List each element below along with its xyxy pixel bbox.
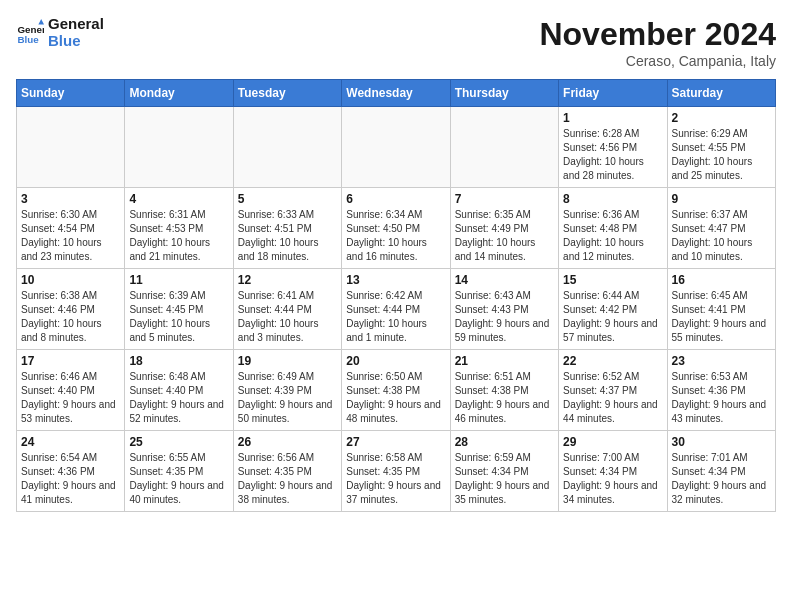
calendar-day-cell: 5Sunrise: 6:33 AMSunset: 4:51 PMDaylight…	[233, 188, 341, 269]
calendar-day-cell: 17Sunrise: 6:46 AMSunset: 4:40 PMDayligh…	[17, 350, 125, 431]
day-number: 4	[129, 192, 228, 206]
day-info: Sunrise: 6:59 AMSunset: 4:34 PMDaylight:…	[455, 451, 554, 507]
day-number: 8	[563, 192, 662, 206]
day-number: 30	[672, 435, 771, 449]
calendar-header-row: SundayMondayTuesdayWednesdayThursdayFrid…	[17, 80, 776, 107]
day-info: Sunrise: 6:51 AMSunset: 4:38 PMDaylight:…	[455, 370, 554, 426]
logo-icon: General Blue	[16, 19, 44, 47]
day-number: 21	[455, 354, 554, 368]
logo-line1: General	[48, 16, 104, 33]
logo-line2: Blue	[48, 33, 104, 50]
day-info: Sunrise: 6:44 AMSunset: 4:42 PMDaylight:…	[563, 289, 662, 345]
header-monday: Monday	[125, 80, 233, 107]
calendar-day-cell: 30Sunrise: 7:01 AMSunset: 4:34 PMDayligh…	[667, 431, 775, 512]
day-number: 17	[21, 354, 120, 368]
day-number: 27	[346, 435, 445, 449]
calendar-day-cell: 13Sunrise: 6:42 AMSunset: 4:44 PMDayligh…	[342, 269, 450, 350]
calendar-day-cell: 23Sunrise: 6:53 AMSunset: 4:36 PMDayligh…	[667, 350, 775, 431]
calendar-week-row: 1Sunrise: 6:28 AMSunset: 4:56 PMDaylight…	[17, 107, 776, 188]
calendar-day-cell	[125, 107, 233, 188]
day-info: Sunrise: 6:53 AMSunset: 4:36 PMDaylight:…	[672, 370, 771, 426]
calendar-day-cell: 14Sunrise: 6:43 AMSunset: 4:43 PMDayligh…	[450, 269, 558, 350]
day-info: Sunrise: 6:42 AMSunset: 4:44 PMDaylight:…	[346, 289, 445, 345]
calendar-day-cell: 20Sunrise: 6:50 AMSunset: 4:38 PMDayligh…	[342, 350, 450, 431]
calendar-day-cell: 10Sunrise: 6:38 AMSunset: 4:46 PMDayligh…	[17, 269, 125, 350]
calendar-week-row: 17Sunrise: 6:46 AMSunset: 4:40 PMDayligh…	[17, 350, 776, 431]
day-info: Sunrise: 6:55 AMSunset: 4:35 PMDaylight:…	[129, 451, 228, 507]
calendar-day-cell: 9Sunrise: 6:37 AMSunset: 4:47 PMDaylight…	[667, 188, 775, 269]
day-number: 10	[21, 273, 120, 287]
day-number: 19	[238, 354, 337, 368]
day-number: 28	[455, 435, 554, 449]
day-number: 5	[238, 192, 337, 206]
header-tuesday: Tuesday	[233, 80, 341, 107]
header: General Blue General Blue November 2024 …	[16, 16, 776, 69]
calendar-day-cell: 27Sunrise: 6:58 AMSunset: 4:35 PMDayligh…	[342, 431, 450, 512]
calendar-table: SundayMondayTuesdayWednesdayThursdayFrid…	[16, 79, 776, 512]
header-thursday: Thursday	[450, 80, 558, 107]
month-title: November 2024	[539, 16, 776, 53]
logo: General Blue General Blue	[16, 16, 104, 49]
calendar-day-cell: 2Sunrise: 6:29 AMSunset: 4:55 PMDaylight…	[667, 107, 775, 188]
day-info: Sunrise: 7:01 AMSunset: 4:34 PMDaylight:…	[672, 451, 771, 507]
day-number: 14	[455, 273, 554, 287]
calendar-day-cell	[450, 107, 558, 188]
calendar-week-row: 24Sunrise: 6:54 AMSunset: 4:36 PMDayligh…	[17, 431, 776, 512]
calendar-day-cell: 1Sunrise: 6:28 AMSunset: 4:56 PMDaylight…	[559, 107, 667, 188]
day-number: 26	[238, 435, 337, 449]
day-info: Sunrise: 6:28 AMSunset: 4:56 PMDaylight:…	[563, 127, 662, 183]
calendar-day-cell: 6Sunrise: 6:34 AMSunset: 4:50 PMDaylight…	[342, 188, 450, 269]
day-info: Sunrise: 6:38 AMSunset: 4:46 PMDaylight:…	[21, 289, 120, 345]
day-info: Sunrise: 6:56 AMSunset: 4:35 PMDaylight:…	[238, 451, 337, 507]
calendar-day-cell: 15Sunrise: 6:44 AMSunset: 4:42 PMDayligh…	[559, 269, 667, 350]
calendar-day-cell: 29Sunrise: 7:00 AMSunset: 4:34 PMDayligh…	[559, 431, 667, 512]
calendar-day-cell: 4Sunrise: 6:31 AMSunset: 4:53 PMDaylight…	[125, 188, 233, 269]
day-info: Sunrise: 6:54 AMSunset: 4:36 PMDaylight:…	[21, 451, 120, 507]
day-number: 18	[129, 354, 228, 368]
day-info: Sunrise: 6:43 AMSunset: 4:43 PMDaylight:…	[455, 289, 554, 345]
day-info: Sunrise: 6:29 AMSunset: 4:55 PMDaylight:…	[672, 127, 771, 183]
day-info: Sunrise: 6:36 AMSunset: 4:48 PMDaylight:…	[563, 208, 662, 264]
header-saturday: Saturday	[667, 80, 775, 107]
svg-text:Blue: Blue	[17, 33, 39, 44]
day-number: 23	[672, 354, 771, 368]
day-number: 15	[563, 273, 662, 287]
calendar-day-cell: 8Sunrise: 6:36 AMSunset: 4:48 PMDaylight…	[559, 188, 667, 269]
day-info: Sunrise: 6:41 AMSunset: 4:44 PMDaylight:…	[238, 289, 337, 345]
header-sunday: Sunday	[17, 80, 125, 107]
calendar-day-cell: 24Sunrise: 6:54 AMSunset: 4:36 PMDayligh…	[17, 431, 125, 512]
day-number: 2	[672, 111, 771, 125]
day-info: Sunrise: 6:33 AMSunset: 4:51 PMDaylight:…	[238, 208, 337, 264]
day-info: Sunrise: 6:46 AMSunset: 4:40 PMDaylight:…	[21, 370, 120, 426]
day-number: 29	[563, 435, 662, 449]
day-number: 3	[21, 192, 120, 206]
calendar-day-cell	[342, 107, 450, 188]
calendar-week-row: 3Sunrise: 6:30 AMSunset: 4:54 PMDaylight…	[17, 188, 776, 269]
day-info: Sunrise: 6:31 AMSunset: 4:53 PMDaylight:…	[129, 208, 228, 264]
calendar-day-cell: 3Sunrise: 6:30 AMSunset: 4:54 PMDaylight…	[17, 188, 125, 269]
calendar-day-cell: 18Sunrise: 6:48 AMSunset: 4:40 PMDayligh…	[125, 350, 233, 431]
day-info: Sunrise: 6:30 AMSunset: 4:54 PMDaylight:…	[21, 208, 120, 264]
calendar-day-cell: 19Sunrise: 6:49 AMSunset: 4:39 PMDayligh…	[233, 350, 341, 431]
day-number: 24	[21, 435, 120, 449]
calendar-day-cell: 25Sunrise: 6:55 AMSunset: 4:35 PMDayligh…	[125, 431, 233, 512]
day-info: Sunrise: 6:48 AMSunset: 4:40 PMDaylight:…	[129, 370, 228, 426]
day-info: Sunrise: 6:50 AMSunset: 4:38 PMDaylight:…	[346, 370, 445, 426]
day-info: Sunrise: 6:52 AMSunset: 4:37 PMDaylight:…	[563, 370, 662, 426]
calendar-day-cell: 16Sunrise: 6:45 AMSunset: 4:41 PMDayligh…	[667, 269, 775, 350]
header-friday: Friday	[559, 80, 667, 107]
calendar-day-cell	[17, 107, 125, 188]
day-number: 25	[129, 435, 228, 449]
day-info: Sunrise: 6:37 AMSunset: 4:47 PMDaylight:…	[672, 208, 771, 264]
day-number: 16	[672, 273, 771, 287]
day-info: Sunrise: 7:00 AMSunset: 4:34 PMDaylight:…	[563, 451, 662, 507]
calendar-day-cell: 7Sunrise: 6:35 AMSunset: 4:49 PMDaylight…	[450, 188, 558, 269]
day-number: 22	[563, 354, 662, 368]
day-number: 6	[346, 192, 445, 206]
day-info: Sunrise: 6:39 AMSunset: 4:45 PMDaylight:…	[129, 289, 228, 345]
header-wednesday: Wednesday	[342, 80, 450, 107]
title-area: November 2024 Ceraso, Campania, Italy	[539, 16, 776, 69]
calendar-day-cell: 28Sunrise: 6:59 AMSunset: 4:34 PMDayligh…	[450, 431, 558, 512]
day-info: Sunrise: 6:58 AMSunset: 4:35 PMDaylight:…	[346, 451, 445, 507]
svg-marker-2	[38, 19, 44, 25]
